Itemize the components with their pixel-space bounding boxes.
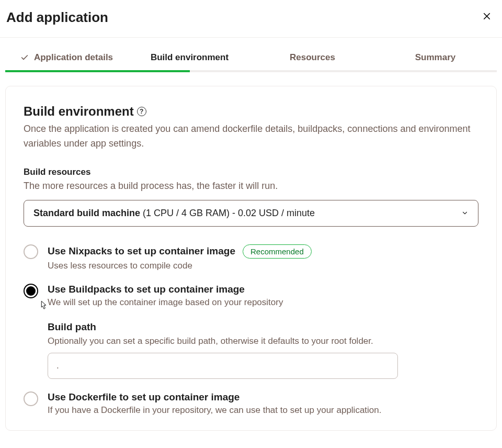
option-body: Use Dockerfile to set up container image… <box>48 391 478 416</box>
step-label: Summary <box>415 52 455 63</box>
option-desc: If you have a Dockerfile in your reposit… <box>48 405 478 416</box>
option-nixpacks[interactable]: Use Nixpacks to set up container image R… <box>24 244 478 271</box>
build-path-section: Build path Optionally you can set a spec… <box>48 321 478 379</box>
option-label: Use Dockerfile to set up container image <box>48 391 239 403</box>
step-label: Application details <box>34 52 113 63</box>
step-build-environment[interactable]: Build environment <box>128 52 251 70</box>
option-label: Use Buildpacks to set up container image <box>48 284 245 295</box>
content-panel: Build environment ? Once the application… <box>5 86 497 431</box>
option-dockerfile[interactable]: Use Dockerfile to set up container image… <box>24 391 478 416</box>
progress-bar <box>5 70 497 72</box>
radio-buildpacks[interactable] <box>24 284 38 298</box>
select-value-bold: Standard build machine <box>33 208 140 218</box>
select-value: Standard build machine (1 CPU / 4 GB RAM… <box>33 208 315 218</box>
option-desc: We will set up the container image based… <box>48 297 478 308</box>
step-label: Resources <box>290 52 335 63</box>
recommended-badge: Recommended <box>243 244 312 259</box>
option-buildpacks[interactable]: Use Buildpacks to set up container image… <box>24 284 478 379</box>
close-icon <box>482 12 492 21</box>
build-resources-hint: The more resources a build process has, … <box>24 181 478 192</box>
option-body: Use Nixpacks to set up container image R… <box>48 244 478 271</box>
progress-fill <box>5 70 190 72</box>
chevron-down-icon <box>461 209 469 217</box>
build-path-title: Build path <box>48 321 478 333</box>
build-path-input[interactable] <box>48 353 398 379</box>
option-label: Use Nixpacks to set up container image <box>48 245 235 257</box>
step-label: Build environment <box>151 52 229 63</box>
modal-header: Add application <box>0 0 502 37</box>
step-resources[interactable]: Resources <box>251 52 374 70</box>
modal-title: Add application <box>6 9 108 26</box>
radio-nixpacks[interactable] <box>24 244 38 259</box>
check-icon <box>20 53 29 62</box>
section-title: Build environment <box>24 104 134 119</box>
step-summary[interactable]: Summary <box>374 52 497 70</box>
section-heading: Build environment ? <box>24 104 478 119</box>
step-application-details[interactable]: Application details <box>5 52 128 70</box>
close-button[interactable] <box>480 9 494 25</box>
help-icon[interactable]: ? <box>137 107 146 116</box>
section-description: Once the application is created you can … <box>24 122 478 151</box>
build-resources-title: Build resources <box>24 167 478 177</box>
option-body: Use Buildpacks to set up container image… <box>48 284 478 379</box>
build-path-hint: Optionally you can set a specific build … <box>48 336 478 346</box>
radio-dockerfile[interactable] <box>24 391 38 406</box>
stepper: Application details Build environment Re… <box>0 38 502 72</box>
select-value-rest: (1 CPU / 4 GB RAM) - 0.02 USD / minute <box>140 208 315 218</box>
build-machine-select[interactable]: Standard build machine (1 CPU / 4 GB RAM… <box>24 200 478 227</box>
option-desc: Uses less resources to compile code <box>48 261 478 271</box>
